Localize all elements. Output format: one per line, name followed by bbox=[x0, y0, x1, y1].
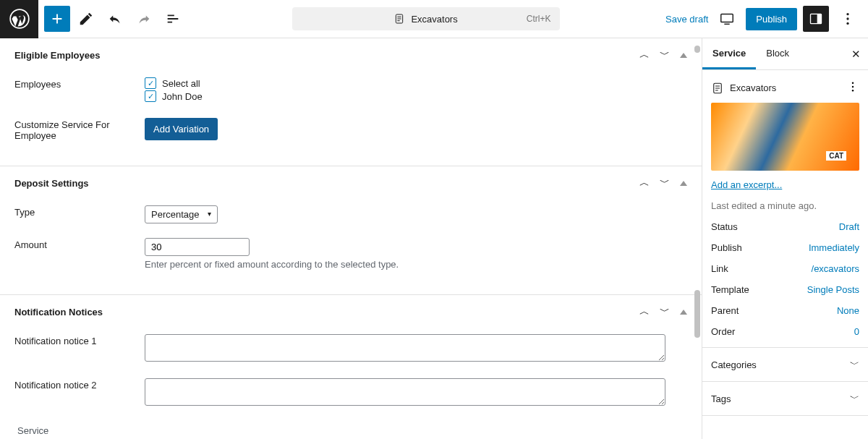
notice2-textarea[interactable] bbox=[145, 378, 665, 406]
tags-panel-toggle[interactable]: Tags ﹀ bbox=[702, 382, 868, 416]
meta-order-label: Order bbox=[711, 326, 735, 337]
amount-help-text: Enter percent or fixed amount according … bbox=[145, 259, 687, 270]
sidebar-doc-title: Excavators bbox=[730, 82, 776, 93]
tags-label: Tags bbox=[711, 393, 731, 404]
checkbox-checked-icon: ✓ bbox=[145, 77, 156, 89]
move-down-button[interactable]: ﹀ bbox=[660, 176, 670, 189]
move-down-button[interactable]: ﹀ bbox=[660, 48, 670, 61]
notice2-label: Notification notice 2 bbox=[14, 378, 145, 408]
add-variation-button[interactable]: Add Variation bbox=[145, 118, 218, 140]
sidebar-icon bbox=[809, 12, 823, 26]
collapse-toggle[interactable] bbox=[680, 310, 687, 315]
svg-rect-2 bbox=[721, 14, 733, 22]
amount-input[interactable] bbox=[145, 238, 250, 256]
panel-title: Eligible Employees bbox=[14, 50, 101, 61]
move-up-button[interactable]: ︿ bbox=[639, 48, 650, 61]
svg-point-9 bbox=[852, 82, 854, 84]
meta-parent-value[interactable]: None bbox=[837, 305, 859, 316]
redo-icon bbox=[136, 11, 152, 27]
collapse-toggle[interactable] bbox=[680, 181, 687, 186]
checkbox-checked-icon: ✓ bbox=[145, 90, 156, 102]
deposit-settings-panel: Deposit Settings ︿ ﹀ Type Percentage Amo… bbox=[0, 166, 702, 295]
panel-title: Deposit Settings bbox=[14, 178, 89, 189]
editor-topbar: Excavators Ctrl+K Save draft Publish bbox=[0, 0, 868, 38]
plus-icon bbox=[49, 11, 65, 27]
meta-status-value[interactable]: Draft bbox=[839, 221, 859, 232]
notice1-label: Notification notice 1 bbox=[14, 334, 145, 364]
meta-link-label: Link bbox=[711, 263, 728, 274]
kebab-icon bbox=[840, 11, 856, 27]
select-all-row[interactable]: ✓ Select all bbox=[145, 77, 687, 89]
tab-service[interactable]: Service bbox=[702, 38, 756, 69]
eligible-employees-panel: Eligible Employees ︿ ﹀ Employees ✓ Selec… bbox=[0, 38, 702, 166]
command-bar[interactable]: Excavators Ctrl+K bbox=[292, 7, 560, 30]
add-block-button[interactable] bbox=[44, 6, 70, 32]
meta-order-value[interactable]: 0 bbox=[854, 326, 859, 337]
page-icon bbox=[393, 13, 405, 25]
featured-image-thumbnail[interactable] bbox=[711, 103, 859, 171]
save-draft-link[interactable]: Save draft bbox=[665, 14, 708, 25]
collapse-toggle[interactable] bbox=[680, 53, 687, 58]
amount-label: Amount bbox=[14, 238, 145, 270]
employee-row[interactable]: ✓ John Doe bbox=[145, 90, 687, 102]
employee-name: John Doe bbox=[162, 91, 203, 102]
desktop-icon bbox=[719, 11, 735, 27]
sidebar-summary: Excavators Add an excerpt... Last edited… bbox=[702, 70, 868, 348]
settings-sidebar-toggle[interactable] bbox=[803, 6, 829, 32]
command-bar-wrap: Excavators Ctrl+K bbox=[186, 7, 665, 30]
meta-template-value[interactable]: Single Posts bbox=[807, 284, 859, 295]
meta-parent-label: Parent bbox=[711, 305, 739, 316]
notification-notices-panel: Notification Notices ︿ ﹀ Notification no… bbox=[0, 295, 702, 432]
more-menu-button[interactable] bbox=[835, 6, 861, 32]
chevron-down-icon: ﹀ bbox=[850, 392, 859, 405]
move-up-button[interactable]: ︿ bbox=[639, 305, 650, 318]
move-down-button[interactable]: ﹀ bbox=[660, 305, 670, 318]
select-all-label: Select all bbox=[162, 78, 200, 89]
preview-button[interactable] bbox=[714, 6, 740, 32]
toolbar-right: Save draft Publish bbox=[665, 6, 868, 32]
scrollbar-thumb[interactable] bbox=[694, 290, 700, 338]
employees-label: Employees bbox=[14, 77, 145, 103]
meta-template-label: Template bbox=[711, 284, 749, 295]
editor-canvas: Eligible Employees ︿ ﹀ Employees ✓ Selec… bbox=[0, 38, 702, 439]
svg-point-10 bbox=[852, 86, 854, 88]
add-excerpt-link[interactable]: Add an excerpt... bbox=[711, 179, 859, 190]
close-sidebar-button[interactable]: ✕ bbox=[851, 48, 861, 61]
categories-panel-toggle[interactable]: Categories ﹀ bbox=[702, 348, 868, 382]
notice1-textarea[interactable] bbox=[145, 334, 665, 362]
bottom-tab-service[interactable]: Service bbox=[12, 422, 54, 439]
svg-point-7 bbox=[846, 22, 848, 25]
edit-tool-button[interactable] bbox=[73, 6, 99, 32]
customize-label: Customize Service For Employee bbox=[14, 118, 145, 141]
settings-sidebar: Service Block ✕ Excavators Add an excerp… bbox=[702, 38, 868, 439]
last-edited-text: Last edited a minute ago. bbox=[711, 200, 859, 211]
chevron-down-icon: ﹀ bbox=[850, 358, 859, 371]
meta-publish-label: Publish bbox=[711, 242, 742, 253]
sidebar-more-button[interactable] bbox=[846, 80, 859, 95]
redo-button[interactable] bbox=[131, 6, 157, 32]
command-bar-title: Excavators bbox=[411, 14, 457, 25]
undo-button[interactable] bbox=[102, 6, 128, 32]
categories-label: Categories bbox=[711, 359, 757, 370]
tab-block[interactable]: Block bbox=[756, 38, 799, 69]
type-select[interactable]: Percentage bbox=[145, 205, 218, 223]
meta-link-value[interactable]: /excavators bbox=[812, 263, 859, 274]
kebab-icon bbox=[846, 80, 859, 93]
document-outline-button[interactable] bbox=[160, 6, 186, 32]
meta-status-label: Status bbox=[711, 221, 738, 232]
toolbar-left bbox=[38, 6, 186, 32]
publish-button[interactable]: Publish bbox=[746, 8, 797, 30]
wordpress-icon bbox=[9, 9, 30, 29]
type-label: Type bbox=[14, 205, 145, 223]
page-icon bbox=[711, 82, 724, 95]
command-bar-shortcut: Ctrl+K bbox=[527, 14, 551, 24]
scrollbar-thumb-top[interactable] bbox=[694, 46, 700, 53]
panel-title: Notification Notices bbox=[14, 307, 103, 317]
wordpress-logo[interactable] bbox=[0, 0, 38, 38]
undo-icon bbox=[107, 11, 123, 27]
pencil-icon bbox=[78, 11, 94, 27]
move-up-button[interactable]: ︿ bbox=[639, 176, 650, 189]
sidebar-tabs: Service Block ✕ bbox=[702, 38, 868, 70]
svg-point-6 bbox=[846, 17, 848, 20]
meta-publish-value[interactable]: Immediately bbox=[809, 242, 859, 253]
